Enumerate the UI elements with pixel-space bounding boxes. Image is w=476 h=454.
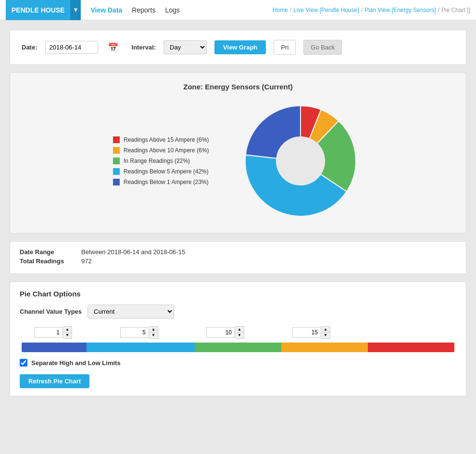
calendar-icon[interactable]: 📅 [108,42,118,53]
header: PENDLE HOUSE ▼ View Data Reports Logs Ho… [0,0,476,20]
threshold-up-btn[interactable]: ▲ [63,327,72,332]
interval-select[interactable]: Day Week Month [163,40,207,54]
legend-label: Readings Below 5 Ampere (42%) [124,168,209,175]
threshold-down-btn[interactable]: ▼ [63,332,72,338]
interval-label: Interval: [132,44,156,51]
date-label: Date: [22,44,38,51]
threshold-spinner: ▲ ▼ [34,326,72,339]
nav-view-data[interactable]: View Data [90,6,122,14]
channel-label: Channel Value Types [20,308,82,315]
date-range-value: Between 2018-06-14 and 2018-06-15 [81,248,185,256]
go-back-button[interactable]: Go Back [303,40,342,55]
donut-chart [238,98,363,223]
chart-legend: Readings Above 15 Ampere (6%)Readings Ab… [113,136,219,185]
threshold-input-15[interactable] [292,327,321,338]
color-bar [22,343,454,352]
legend-item: Readings Above 10 Ampere (6%) [113,147,219,154]
threshold-down-btn[interactable]: ▼ [321,332,330,338]
breadcrumb-home[interactable]: Home [273,7,288,13]
legend-item: Readings Below 5 Ampere (42%) [113,168,219,175]
legend-color-swatch [113,136,120,143]
threshold-spinner: ▲ ▼ [120,326,158,339]
date-range-label: Date Range [20,248,77,256]
separate-limits-row: Separate High and Low Limits [20,359,456,367]
brand-dropdown[interactable]: ▼ [70,0,81,20]
threshold-input-5[interactable] [120,327,149,338]
breadcrumb-live-view[interactable]: Live View [Pendle House] [293,7,359,13]
legend-item: Readings Below 1 Ampere (23%) [113,179,219,185]
nav-logs[interactable]: Logs [165,6,179,14]
threshold-inputs: ▲ ▼ ▲ ▼ ▲ ▼ ▲ ▼ [20,326,456,339]
legend-label: Readings Below 1 Ampere (23%) [124,179,209,185]
legend-color-swatch [113,179,120,185]
channel-row: Channel Value Types Current Voltage Powe… [20,305,456,319]
separate-limits-checkbox[interactable] [20,359,27,367]
legend-color-swatch [113,158,120,164]
view-graph-button[interactable]: View Graph [214,40,266,54]
legend-color-swatch [113,168,120,175]
threshold-spinner: ▲ ▼ [292,326,330,339]
color-bar-segment [368,343,454,352]
color-bar-segment [195,343,281,352]
separate-limits-label[interactable]: Separate High and Low Limits [31,359,121,367]
threshold-up-btn[interactable]: ▲ [321,327,330,332]
color-bar-segment [22,343,87,352]
options-panel: Pie Chart Options Channel Value Types Cu… [10,282,466,396]
chart-panel: Zone: Energy Sensors (Current) Readings … [10,73,466,233]
donut-svg [238,98,363,223]
date-input[interactable] [45,41,98,54]
breadcrumb-pie-chart: Pie Chart [] [441,7,470,13]
legend-item: Readings Above 15 Ampere (6%) [113,136,219,143]
threshold-down-btn[interactable]: ▼ [235,332,244,338]
print-button[interactable]: Pri [274,40,296,55]
color-bar-segment [281,343,368,352]
donut-hole [276,137,325,185]
legend-label: In Range Readings (22%) [124,158,190,164]
brand: PENDLE HOUSE [6,0,70,20]
total-readings-label: Total Readings [20,258,77,265]
total-readings-value: 972 [81,258,92,265]
main-content: Date: 📅 Interval: Day Week Month View Gr… [0,20,476,406]
threshold-up-btn[interactable]: ▲ [235,327,244,332]
legend-label: Readings Above 10 Ampere (6%) [124,147,209,154]
nav-reports[interactable]: Reports [132,6,155,14]
color-bar-segment [87,343,195,352]
chart-title: Zone: Energy Sensors (Current) [20,83,456,91]
legend-color-swatch [113,147,120,154]
threshold-up-btn[interactable]: ▲ [149,327,158,332]
brand-name: PENDLE HOUSE [12,6,64,14]
nav: View Data Reports Logs [81,6,189,14]
controls-panel: Date: 📅 Interval: Day Week Month View Gr… [10,30,466,65]
breadcrumb: Home / Live View [Pendle House] / Plan V… [273,7,470,13]
stats-panel: Date Range Between 2018-06-14 and 2018-0… [10,241,466,274]
threshold-down-btn[interactable]: ▼ [149,332,158,338]
threshold-input-1[interactable] [34,327,63,338]
breadcrumb-plan-view[interactable]: Plan View [Energy Sensors] [364,7,436,13]
threshold-spinner: ▲ ▼ [206,326,244,339]
threshold-input-10[interactable] [206,327,235,338]
legend-item: In Range Readings (22%) [113,158,219,164]
channel-select[interactable]: Current Voltage Power [88,305,174,319]
options-title: Pie Chart Options [20,290,456,298]
legend-label: Readings Above 15 Ampere (6%) [124,136,209,143]
chart-container: Readings Above 15 Ampere (6%)Readings Ab… [20,98,456,223]
refresh-pie-chart-button[interactable]: Refresh Pie Chart [20,374,89,388]
